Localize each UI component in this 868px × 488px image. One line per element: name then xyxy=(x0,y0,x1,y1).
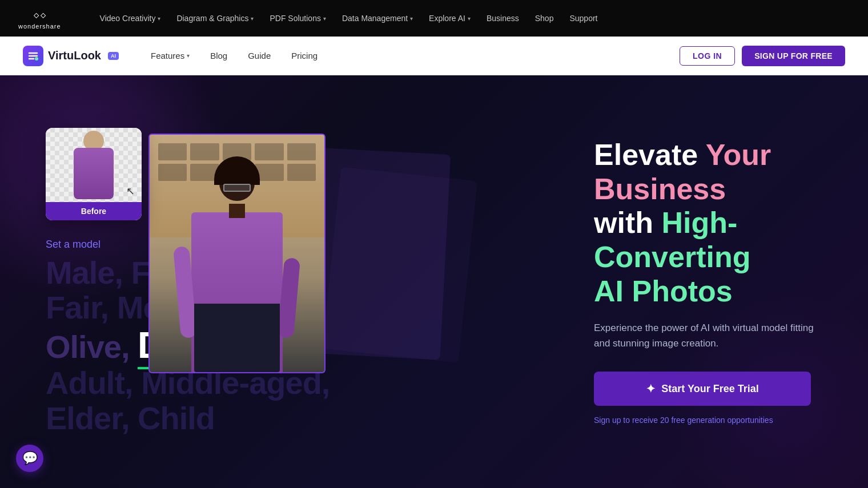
hero-content: Elevate Your Business with High-Converti… xyxy=(548,138,822,425)
hero-description: Experience the power of AI with virtual … xyxy=(594,320,822,351)
chat-bubble-button[interactable]: 💬 xyxy=(16,445,43,472)
nav-item-business[interactable]: Business xyxy=(480,9,526,27)
after-image xyxy=(150,135,324,372)
star-icon: ✦ xyxy=(646,382,656,396)
logo-text: wondershare xyxy=(18,23,61,30)
login-button[interactable]: LOG IN xyxy=(680,46,735,66)
nav-item-pdf-solutions[interactable]: PDF Solutions ▾ xyxy=(263,9,332,27)
nav-item-shop[interactable]: Shop xyxy=(528,9,561,27)
nav-guide[interactable]: Guide xyxy=(239,46,280,65)
top-nav-links: Video Creativity ▾ Diagram & Graphics ▾ … xyxy=(93,9,850,27)
cursor-icon: ↖ xyxy=(126,185,135,197)
nav-pricing[interactable]: Pricing xyxy=(282,46,327,65)
start-trial-button[interactable]: ✦ Start Your Free Trial xyxy=(594,372,811,406)
hero-visual: ↖ Before xyxy=(46,128,548,436)
virtulook-brand[interactable]: VirtuLook AI xyxy=(23,46,119,66)
before-card: ↖ Before xyxy=(46,128,142,220)
free-generation-link[interactable]: Sign up to receive 20 free generation op… xyxy=(594,416,773,425)
chevron-down-icon: ▾ xyxy=(251,15,254,22)
nav-item-diagram-graphics[interactable]: Diagram & Graphics ▾ xyxy=(170,9,260,27)
wondershare-logo[interactable]: ⬦⬦ wondershare xyxy=(18,7,61,30)
signup-button[interactable]: SIGN UP FOR FREE xyxy=(742,46,845,66)
chevron-down-icon: ▾ xyxy=(410,15,413,22)
chevron-down-icon: ▾ xyxy=(158,15,160,22)
nav-actions: LOG IN SIGN UP FOR FREE xyxy=(680,46,845,66)
chevron-down-icon: ▾ xyxy=(468,15,471,22)
second-nav-links: Features ▾ Blog Guide Pricing xyxy=(142,46,680,65)
top-navigation: ⬦⬦ wondershare Video Creativity ▾ Diagra… xyxy=(0,0,868,37)
hero-section: ↖ Before xyxy=(0,75,868,488)
nav-item-data-management[interactable]: Data Management ▾ xyxy=(335,9,420,27)
nav-blog[interactable]: Blog xyxy=(201,46,236,65)
chat-icon: 💬 xyxy=(22,451,38,466)
chevron-down-icon: ▾ xyxy=(187,53,190,59)
virtulook-icon xyxy=(23,46,43,66)
nav-item-explore-ai[interactable]: Explore AI ▾ xyxy=(422,9,477,27)
nav-item-support[interactable]: Support xyxy=(562,9,604,27)
before-label: Before xyxy=(46,202,142,220)
nav-features[interactable]: Features ▾ xyxy=(142,46,199,65)
chevron-down-icon: ▾ xyxy=(323,15,326,22)
after-card xyxy=(148,134,326,373)
ai-badge: AI xyxy=(108,52,119,60)
brand-name: VirtuLook xyxy=(48,49,101,62)
before-card-image: ↖ xyxy=(46,128,142,202)
virtulook-navigation: VirtuLook AI Features ▾ Blog Guide Prici… xyxy=(0,37,868,75)
nav-item-video-creativity[interactable]: Video Creativity ▾ xyxy=(93,9,168,27)
hero-title: Elevate Your Business with High-Converti… xyxy=(594,138,822,309)
logo-icon: ⬦⬦ xyxy=(33,7,46,22)
svg-point-0 xyxy=(35,57,38,61)
